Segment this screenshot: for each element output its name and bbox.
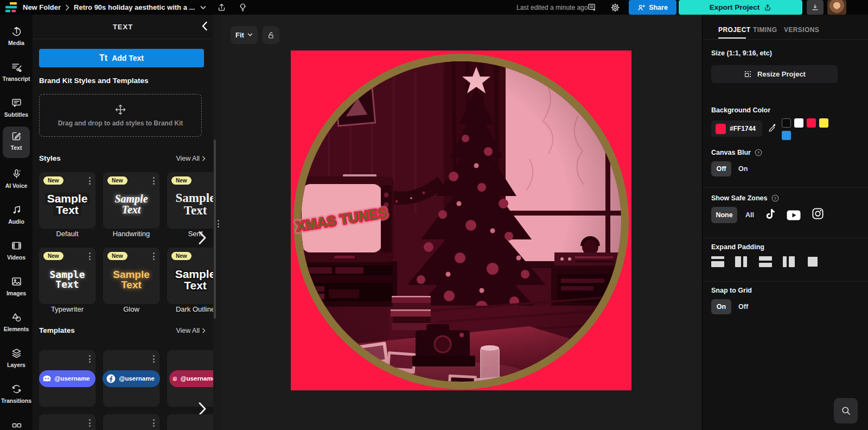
resize-project-button[interactable]: Resize Project [711,65,838,83]
chevron-right-icon [202,328,206,333]
pad-top-icon[interactable] [711,256,724,267]
sidebar-item-media[interactable]: Media [0,26,33,46]
sidebar-item-layers[interactable]: Layers [0,347,33,368]
sidebar-item-images[interactable]: Images [0,276,33,296]
brand-kit-dropzone[interactable]: Drag and drop to add styles to Brand Kit [39,94,202,137]
panel-title: TEXT [113,23,133,31]
sidebar-item-transitions[interactable]: Transitions [0,383,33,404]
card-menu-icon[interactable] [89,419,91,427]
kapwing-logo-icon[interactable] [5,2,17,12]
hex-value: #FF1744 [730,125,756,132]
pad-top-bottom-icon[interactable] [759,256,772,267]
style-card-typewriter[interactable]: SampleText New [39,248,95,304]
upload-icon [11,26,22,37]
pad-all-icon[interactable] [807,256,820,267]
snap-off-toggle[interactable]: Off [738,303,748,311]
sidebar-item-more[interactable] [0,422,33,430]
sidebar-item-ai-voice[interactable]: AI Voice [0,168,33,189]
safe-zone-all-toggle[interactable]: All [745,211,754,219]
lightbulb-icon[interactable] [238,3,247,12]
user-avatar[interactable] [827,0,846,15]
tab-project[interactable]: PROJECT [718,26,750,34]
style-card-dark-outline[interactable]: SampleText New [167,248,213,304]
template-card[interactable] [39,414,95,430]
film-icon [11,240,22,251]
canvas-blur-on-toggle[interactable]: On [738,165,748,173]
swatch-blue[interactable] [782,131,791,140]
sidebar-item-audio[interactable]: Audio [0,204,33,225]
card-menu-icon[interactable] [153,419,155,427]
swatch-black[interactable] [782,118,791,128]
background-color-input[interactable]: #FF1744 [711,121,762,137]
breadcrumb-separator-icon [65,4,69,11]
styles-view-all[interactable]: View All [176,155,206,162]
add-text-button[interactable]: Tt Add Text [39,49,204,67]
share-label: Share [649,4,668,11]
tab-timing[interactable]: TIMING [753,26,777,34]
panel-resize-gutter[interactable] [213,15,221,430]
card-menu-icon[interactable] [153,355,155,363]
publish-icon[interactable] [217,3,226,12]
unlock-icon [267,31,276,40]
card-menu-icon[interactable] [89,177,91,185]
breadcrumb-project-title[interactable]: Retro 90s holiday aesthetic with a ... [74,3,195,11]
help-icon[interactable]: ? [771,194,779,202]
panel-scrollbar[interactable] [214,140,216,319]
pad-left-right-icon[interactable] [735,256,748,267]
canvas-artboard[interactable]: XMAS TUNES XMAS TUNES [291,50,631,390]
style-card-glow[interactable]: SampleText New [103,248,159,304]
style-card-handwriting[interactable]: SampleText New [103,172,159,229]
styles-scroll-right-icon[interactable] [198,231,207,245]
template-card-facebook[interactable]: @username [103,350,159,407]
zoom-fit-dropdown[interactable]: Fit [231,26,258,44]
snap-on-toggle[interactable]: On [711,299,731,314]
background-color-label: Background Color [711,106,770,114]
comments-icon[interactable] [587,3,596,12]
sidebar-item-transcript[interactable]: Transcript [0,61,33,82]
pad-right-icon[interactable] [783,256,796,267]
sidebar-item-elements[interactable]: Elements [0,312,33,332]
current-color-swatch [716,124,726,134]
sidebar-item-text[interactable]: Text [0,130,33,151]
templates-view-all[interactable]: View All [176,327,206,334]
tiktok-icon[interactable] [764,208,776,222]
help-icon[interactable]: ? [755,149,762,156]
swatch-white[interactable] [794,118,803,128]
swatch-yellow[interactable] [819,118,828,128]
youtube-icon[interactable] [787,210,801,220]
lock-toggle-button[interactable] [263,26,279,44]
card-menu-icon[interactable] [89,252,91,260]
card-menu-icon[interactable] [153,177,155,185]
title-dropdown-icon[interactable] [200,5,206,10]
instagram-icon [173,374,177,384]
eyedropper-icon[interactable] [768,123,777,133]
canvas-zoom-search-button[interactable] [834,398,858,423]
move-arrows-icon [114,104,126,116]
breadcrumb-folder[interactable]: New Folder [23,3,61,11]
sidebar-item-videos[interactable]: Videos [0,240,33,261]
style-card-serif[interactable]: SampleText New [167,172,213,229]
template-card[interactable] [103,414,159,430]
template-card[interactable] [167,414,213,430]
settings-gear-icon[interactable] [610,3,620,12]
card-menu-icon[interactable] [153,252,155,260]
style-name: Handwriting [103,230,159,238]
tab-versions[interactable]: VERSIONS [784,26,819,34]
new-badge: New [43,176,63,185]
safe-zone-none-toggle[interactable]: None [711,207,737,223]
username-pill: @username [103,370,160,387]
export-project-button[interactable]: Export Project [679,0,802,15]
grid-icon [11,422,22,430]
swatch-red[interactable] [807,118,816,128]
share-button[interactable]: Share [629,0,676,15]
card-menu-icon[interactable] [89,355,91,363]
instagram-outline-icon[interactable] [812,207,824,220]
download-button[interactable] [807,0,824,15]
template-card-discord[interactable]: @username [39,350,95,407]
style-card-default[interactable]: SampleText New [39,172,95,229]
style-name: Default [39,230,95,238]
sidebar-item-subtitles[interactable]: Subtitles [0,97,33,118]
collapse-panel-icon[interactable] [201,21,208,31]
canvas-blur-off-toggle[interactable]: Off [711,161,731,176]
template-card-instagram[interactable]: @username [167,350,213,407]
